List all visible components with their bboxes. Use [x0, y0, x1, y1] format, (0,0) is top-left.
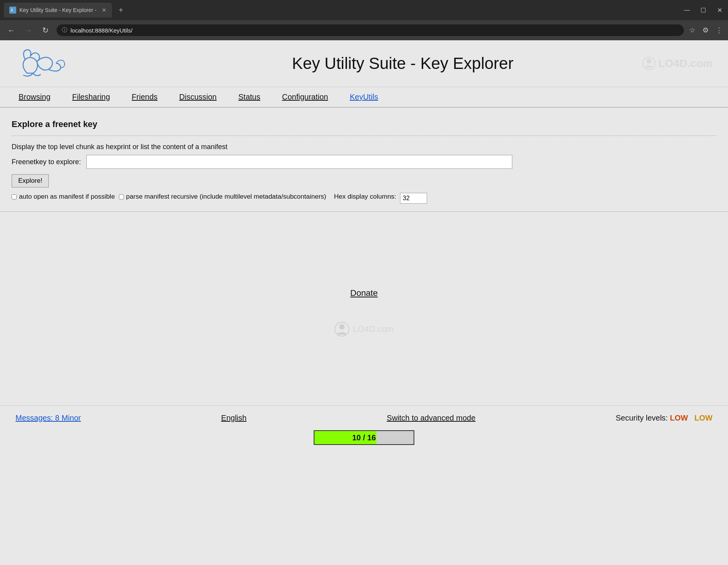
menu-icon[interactable]: ⋮: [716, 26, 723, 34]
auto-open-checkbox[interactable]: [12, 194, 17, 199]
new-tab-button[interactable]: +: [115, 4, 127, 16]
lo4d-center-watermark: LO4D.com: [334, 321, 393, 337]
security-low-2: LOW: [694, 414, 713, 422]
tab-favicon: K: [9, 7, 16, 14]
nav-discussion[interactable]: Discussion: [168, 87, 228, 107]
lo4d-logo-icon: [642, 57, 656, 70]
url-text: localhost:8888/KeyUtils/: [70, 27, 678, 34]
svg-point-3: [647, 59, 651, 64]
footer-messages-link[interactable]: Messages: 8 Minor: [15, 414, 81, 422]
info-icon: ⓘ: [62, 27, 67, 34]
close-window-button[interactable]: ✕: [715, 5, 724, 15]
tab-title: Key Utility Suite - Key Explorer -: [19, 7, 96, 13]
bookmark-icon[interactable]: ☆: [689, 26, 695, 34]
site-header: Key Utility Suite - Key Explorer LO4D.co…: [0, 40, 728, 87]
progress-bar-container: 10 / 16: [314, 430, 414, 445]
toolbar-icons: ☆ ⚙ ⋮: [689, 26, 723, 34]
footer-advanced-mode-link[interactable]: Switch to advanced mode: [387, 414, 476, 422]
security-label: Security levels:: [616, 414, 668, 422]
page-content: Key Utility Suite - Key Explorer LO4D.co…: [0, 40, 728, 544]
main-nav: Browsing Filesharing Friends Discussion …: [0, 87, 728, 108]
logo-area: [15, 48, 77, 79]
description-text: Display the top level chunk as hexprint …: [12, 143, 716, 151]
site-logo: [15, 48, 77, 79]
progress-bar: 10 / 16: [314, 430, 414, 445]
hex-columns-input[interactable]: [400, 193, 427, 204]
explore-button[interactable]: Explore!: [12, 174, 49, 187]
reload-button[interactable]: ↻: [39, 26, 51, 35]
window-controls: — ☐ ✕: [682, 5, 724, 15]
nav-configuration[interactable]: Configuration: [271, 87, 339, 107]
hex-columns-label: Hex display columns:: [334, 193, 396, 201]
address-bar[interactable]: ⓘ localhost:8888/KeyUtils/: [57, 24, 684, 36]
auto-open-label: auto open as manifest if possible: [19, 193, 115, 201]
svg-text:K: K: [11, 8, 14, 12]
parse-manifest-checkbox[interactable]: [119, 194, 124, 199]
footer-security: Security levels: LOW LOW: [616, 414, 713, 422]
options-row: auto open as manifest if possible parse …: [12, 193, 716, 204]
page-title: Key Utility Suite - Key Explorer: [93, 54, 713, 73]
forward-button[interactable]: →: [22, 26, 34, 35]
lo4d-center-icon: [334, 321, 350, 337]
lo4d-watermark: LO4D.com: [642, 57, 713, 70]
nav-friends[interactable]: Friends: [121, 87, 168, 107]
section-title: Explore a freenet key: [12, 119, 716, 129]
browser-chrome: K Key Utility Suite - Key Explorer - ✕ +…: [0, 0, 728, 40]
extensions-icon[interactable]: ⚙: [702, 26, 709, 34]
nav-status[interactable]: Status: [228, 87, 271, 107]
section-divider: [12, 136, 716, 136]
parse-manifest-checkbox-item: parse manifest recursive (include multil…: [119, 193, 326, 201]
footer: Messages: 8 Minor English Switch to adva…: [0, 405, 728, 453]
nav-keyutils[interactable]: KeyUtils: [339, 87, 389, 107]
nav-browsing[interactable]: Browsing: [8, 87, 61, 107]
freenetkey-row: Freenetkey to explore:: [12, 155, 716, 169]
donate-link[interactable]: Donate: [350, 288, 378, 298]
footer-language-link[interactable]: English: [221, 414, 247, 422]
freenetkey-input[interactable]: [86, 155, 512, 169]
progress-bar-text: 10 / 16: [314, 433, 414, 442]
content-area: Donate LO4D.com: [0, 212, 728, 405]
footer-bottom-row: 10 / 16: [15, 426, 713, 445]
title-bar: K Key Utility Suite - Key Explorer - ✕ +…: [0, 0, 728, 20]
parse-manifest-label: parse manifest recursive (include multil…: [126, 193, 326, 201]
back-button[interactable]: ←: [5, 26, 17, 35]
svg-point-5: [339, 324, 345, 330]
main-section: Explore a freenet key Display the top le…: [0, 108, 728, 212]
minimize-button[interactable]: —: [682, 5, 692, 15]
security-low-1: LOW: [670, 414, 688, 422]
nav-filesharing[interactable]: Filesharing: [61, 87, 121, 107]
tab-close-button[interactable]: ✕: [102, 7, 106, 13]
maximize-button[interactable]: ☐: [699, 5, 708, 15]
browser-tab[interactable]: K Key Utility Suite - Key Explorer - ✕: [4, 3, 112, 17]
freenetkey-label: Freenetkey to explore:: [12, 158, 81, 166]
address-bar-row: ← → ↻ ⓘ localhost:8888/KeyUtils/ ☆ ⚙ ⋮: [0, 20, 728, 40]
auto-open-checkbox-item: auto open as manifest if possible: [12, 193, 115, 201]
